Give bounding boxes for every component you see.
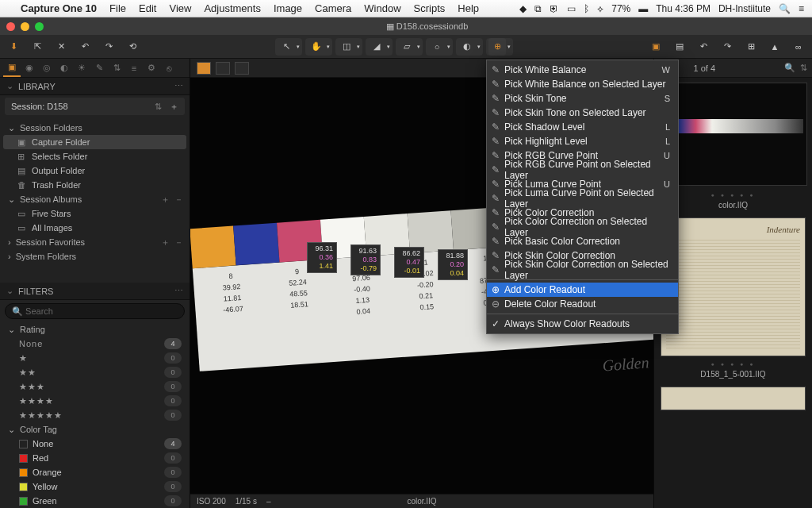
rating-4[interactable]: ★★★★0: [0, 394, 190, 408]
wifi-icon[interactable]: ⟡: [597, 3, 603, 14]
color-readout-0[interactable]: 96.310.361.41: [307, 242, 337, 273]
color-tab-icon[interactable]: ◐: [56, 60, 73, 77]
color-readout-1[interactable]: 91.630.83-0.79: [350, 244, 381, 275]
mask-tool-icon[interactable]: ◐: [458, 38, 476, 56]
filters-header[interactable]: ⌄FILTERS⋯: [0, 283, 190, 300]
warning-icon[interactable]: ▲: [766, 38, 783, 56]
session-selector[interactable]: Session: D158⇅＋: [5, 98, 185, 115]
export-icon[interactable]: ⇱: [29, 38, 46, 56]
crop-tool-icon[interactable]: ◫: [338, 38, 355, 56]
menu-extra-icon[interactable]: ≡: [799, 3, 804, 14]
thumbnail-1[interactable]: [659, 83, 807, 186]
session-favorites-header[interactable]: ›Session Favorites＋－: [0, 235, 190, 249]
display-icon[interactable]: ▭: [567, 3, 576, 14]
hand-tool-icon[interactable]: ✋: [308, 38, 325, 56]
search-input[interactable]: 🔍 Search: [5, 303, 185, 319]
system-folders-header[interactable]: ›System Folders: [0, 249, 190, 264]
keystone-tool-icon[interactable]: ▱: [398, 38, 416, 56]
more-icon[interactable]: ⋯: [174, 286, 183, 296]
picker-tool-icon[interactable]: ⊕: [488, 38, 506, 56]
menu-item-7[interactable]: ✎Pick RGB Curve Point on Selected Layer: [487, 163, 678, 177]
batch-tab-icon[interactable]: ⎋: [160, 60, 178, 77]
status-icon[interactable]: ◆: [519, 3, 527, 14]
menu-item-5[interactable]: ✎Pick Highlight LevelL: [487, 134, 678, 148]
library-tab-icon[interactable]: ▣: [3, 60, 21, 77]
menu-item-1[interactable]: ✎Pick White Balance on Selected Layer: [487, 77, 678, 91]
zoom-window[interactable]: [35, 22, 44, 31]
close-window[interactable]: [6, 22, 15, 31]
details-tab-icon[interactable]: ✎: [90, 60, 108, 77]
undo-icon[interactable]: ↶: [76, 38, 94, 56]
menu-delete-color-readout[interactable]: ⊖Delete Color Readout: [487, 297, 678, 311]
adjustments-tab-icon[interactable]: ⇅: [108, 60, 125, 77]
browser-view-icon[interactable]: [197, 62, 211, 75]
bluetooth-icon[interactable]: ᛒ: [584, 3, 589, 14]
rating-dots-2[interactable]: ● ● ● ● ●: [654, 361, 812, 367]
spotlight-icon[interactable]: 🔍: [779, 3, 791, 14]
library-header[interactable]: ⌄LIBRARY⋯: [0, 78, 190, 95]
menu-item-0[interactable]: ✎Pick White BalanceW: [487, 63, 678, 77]
menu-help[interactable]: Help: [458, 2, 479, 14]
colortag-red[interactable]: Red0: [0, 451, 190, 465]
rating-2[interactable]: ★★0: [0, 365, 190, 379]
menu-item-4[interactable]: ✎Pick Shadow LevelL: [487, 120, 678, 134]
more-icon[interactable]: ⋯: [174, 81, 183, 91]
menu-edit[interactable]: Edit: [139, 2, 156, 14]
rating-header[interactable]: ⌄Rating: [0, 322, 190, 337]
metadata-tab-icon[interactable]: ≡: [125, 60, 143, 77]
menu-camera[interactable]: Camera: [315, 2, 351, 14]
app-name[interactable]: Capture One 10: [21, 2, 97, 14]
multi-view-icon[interactable]: [235, 62, 249, 75]
rotate-right-icon[interactable]: ↷: [718, 38, 736, 56]
browser-search-icon[interactable]: 🔍: [784, 63, 795, 73]
shadow-warn-icon[interactable]: ▤: [671, 38, 688, 56]
colortag-green[interactable]: Green0: [0, 494, 190, 508]
menu-window[interactable]: Window: [364, 2, 400, 14]
output-tab-icon[interactable]: ⚙: [143, 60, 160, 77]
output-folder[interactable]: ▤Output Folder: [0, 164, 190, 178]
dropdown-icon[interactable]: ▾: [297, 44, 300, 50]
rating-1[interactable]: ★0: [0, 351, 190, 365]
viewer-mode-icon[interactable]: [216, 62, 230, 75]
menu-image[interactable]: Image: [274, 2, 302, 14]
reset-icon[interactable]: ⟲: [124, 38, 141, 56]
menu-item-9[interactable]: ✎Pick Luma Curve Point on Selected Layer: [487, 191, 678, 206]
minimize-window[interactable]: [21, 22, 29, 31]
grid-icon[interactable]: ⊞: [742, 38, 760, 56]
colortag-none[interactable]: None4: [0, 437, 190, 451]
menu-file[interactable]: File: [109, 2, 126, 14]
capture-tab-icon[interactable]: ◉: [21, 60, 38, 77]
clock[interactable]: Thu 4:36 PM: [656, 3, 710, 14]
colortag-header[interactable]: ⌄Color Tag: [0, 422, 190, 437]
browser-sort-icon[interactable]: ⇅: [800, 63, 807, 73]
menu-item-2[interactable]: ✎Pick Skin ToneS: [487, 91, 678, 106]
dropbox-icon[interactable]: ⧉: [534, 3, 542, 14]
menu-adjustments[interactable]: Adjustments: [204, 2, 261, 14]
shield-icon[interactable]: ⛨: [550, 3, 559, 14]
capture-folder[interactable]: ▣Capture Folder: [3, 135, 186, 149]
menu-view[interactable]: View: [169, 2, 191, 14]
rating-5[interactable]: ★★★★★0: [0, 408, 190, 422]
menu-always-show-readouts[interactable]: Always Show Color Readouts: [487, 317, 678, 331]
redo-icon[interactable]: ↷: [100, 38, 117, 56]
menu-scripts[interactable]: Scripts: [414, 2, 446, 14]
rotate-left-icon[interactable]: ↶: [695, 38, 712, 56]
exposure-tab-icon[interactable]: ☀: [73, 60, 90, 77]
user-name[interactable]: DH-Instiitute: [718, 3, 771, 14]
color-readout-3[interactable]: 81.880.200.04: [438, 249, 468, 280]
import-icon[interactable]: ⬇: [5, 38, 22, 56]
menu-item-12[interactable]: ✎Pick Basic Color Correction: [487, 234, 678, 248]
rating-0[interactable]: None4: [0, 337, 190, 351]
lens-tab-icon[interactable]: ◎: [38, 60, 56, 77]
menu-add-color-readout[interactable]: ⊕Add Color Readout: [487, 283, 678, 297]
session-albums-header[interactable]: ⌄Session Albums＋－: [0, 192, 190, 206]
rating-3[interactable]: ★★★0: [0, 379, 190, 394]
highlight-warn-icon[interactable]: ▣: [647, 38, 665, 56]
rotation-tool-icon[interactable]: ◢: [368, 38, 385, 56]
menu-item-11[interactable]: ✎Pick Color Correction on Selected Layer: [487, 220, 678, 234]
selects-folder[interactable]: ⊞Selects Folder: [0, 149, 190, 164]
menu-item-14[interactable]: ✎Pick Skin Color Correction on Selected …: [487, 263, 678, 277]
color-readout-2[interactable]: 86.620.47-0.01: [394, 247, 424, 278]
session-folders-header[interactable]: ⌄Session Folders: [0, 121, 190, 135]
colortag-yellow[interactable]: Yellow0: [0, 479, 190, 494]
